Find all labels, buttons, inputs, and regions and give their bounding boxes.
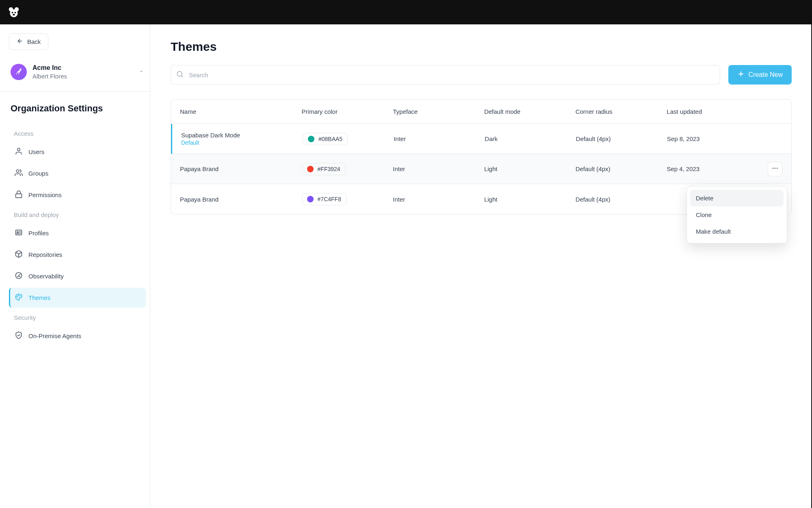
section-title: Organization Settings	[9, 103, 146, 114]
sidebar-item-groups[interactable]: Groups	[9, 163, 146, 183]
more-horizontal-icon	[771, 165, 779, 173]
users-icon	[15, 169, 23, 178]
svg-point-23	[777, 168, 778, 169]
leaf-icon	[15, 67, 23, 77]
menu-item-delete[interactable]: Delete	[690, 190, 784, 206]
package-icon	[15, 250, 23, 259]
sidebar-item-label: Repositories	[28, 251, 62, 258]
typeface-cell: Inter	[393, 196, 484, 203]
row-actions-button[interactable]	[768, 162, 782, 176]
sidebar-item-users[interactable]: Users	[9, 142, 146, 162]
color-chip: #FF3924	[302, 163, 346, 175]
shield-icon	[15, 331, 23, 341]
mode-cell: Light	[484, 196, 576, 203]
plus-icon	[737, 70, 745, 79]
menu-item-clone[interactable]: Clone	[690, 206, 784, 223]
sidebar-item-themes[interactable]: Themes	[9, 288, 146, 308]
mode-cell: Light	[484, 165, 576, 172]
theme-name: Supabase Dark Mode	[181, 132, 303, 139]
chevron-down-icon	[139, 69, 144, 76]
radius-cell: Default (4px)	[576, 135, 667, 142]
sidebar-item-observability[interactable]: Observability	[9, 266, 146, 286]
svg-line-18	[181, 76, 182, 77]
sidebar-item-label: Themes	[28, 294, 50, 301]
sidebar: Back Acme Inc Albert Flores Organization…	[0, 24, 150, 508]
svg-point-22	[775, 168, 776, 169]
color-hex: #FF3924	[318, 166, 340, 172]
group-label-access: Access	[9, 124, 146, 141]
search-input[interactable]	[171, 65, 720, 85]
org-name: Acme Inc	[32, 64, 133, 72]
sidebar-item-agents[interactable]: On-Premise Agents	[9, 326, 146, 346]
group-label-build: Build and deploy	[9, 206, 146, 222]
col-corner-radius: Corner radius	[576, 108, 667, 115]
color-swatch	[307, 166, 314, 172]
create-new-label: Create New	[749, 71, 783, 78]
topbar	[0, 0, 812, 24]
sidebar-item-label: Observability	[28, 273, 64, 280]
page-title: Themes	[171, 40, 792, 54]
arrow-left-icon	[17, 38, 23, 46]
typeface-cell: Inter	[394, 135, 485, 142]
col-name: Name	[180, 108, 302, 115]
svg-point-2	[10, 9, 17, 17]
mode-cell: Dark	[485, 135, 576, 142]
default-badge: Default	[181, 139, 303, 146]
theme-name: Papaya Brand	[180, 165, 302, 172]
search-wrap	[171, 65, 720, 85]
sidebar-item-label: Groups	[28, 170, 48, 177]
svg-point-3	[12, 12, 13, 13]
user-icon	[15, 147, 23, 156]
col-default-mode: Default mode	[484, 108, 576, 115]
sidebar-item-label: Profiles	[28, 230, 49, 237]
table-header: Name Primary color Typeface Default mode…	[171, 100, 791, 124]
col-last-updated: Last updated	[667, 108, 758, 115]
color-hex: #08BAA5	[318, 136, 342, 142]
back-button[interactable]: Back	[9, 33, 48, 50]
color-swatch	[308, 136, 314, 142]
org-user: Albert Flores	[32, 72, 133, 80]
col-primary-color: Primary color	[302, 108, 393, 115]
toolbar: Create New	[171, 65, 792, 85]
themes-table: Name Primary color Typeface Default mode…	[171, 99, 792, 215]
lock-icon	[15, 190, 23, 200]
radius-cell: Default (4px)	[576, 165, 667, 172]
svg-point-8	[16, 170, 19, 173]
id-card-icon	[15, 228, 23, 238]
color-hex: #7C4FF8	[318, 196, 341, 202]
svg-point-16	[20, 296, 21, 297]
sidebar-item-permissions[interactable]: Permissions	[9, 185, 146, 205]
svg-point-14	[17, 297, 17, 297]
menu-item-make-default[interactable]: Make default	[690, 223, 784, 240]
svg-point-11	[17, 232, 18, 233]
svg-point-15	[18, 295, 19, 296]
svg-point-7	[17, 148, 20, 151]
updated-cell: Sep 4, 2023	[667, 165, 758, 172]
back-label: Back	[27, 38, 41, 45]
gauge-icon	[15, 271, 23, 281]
sidebar-item-profiles[interactable]: Profiles	[9, 223, 146, 243]
org-picker[interactable]: Acme Inc Albert Flores	[9, 61, 146, 82]
divider	[0, 91, 150, 92]
group-label-security: Security	[9, 308, 146, 325]
koala-logo-icon	[8, 7, 19, 18]
col-typeface: Typeface	[393, 108, 484, 115]
typeface-cell: Inter	[393, 165, 484, 172]
main-content: Themes Create New Name	[150, 24, 812, 508]
palette-icon	[15, 293, 23, 302]
table-row[interactable]: Supabase Dark Mode Default #08BAA5 Inter…	[171, 124, 791, 154]
sidebar-item-label: Permissions	[28, 191, 62, 198]
sidebar-item-label: Users	[28, 148, 44, 155]
search-icon	[176, 71, 184, 79]
color-swatch	[307, 196, 314, 202]
org-avatar	[11, 64, 27, 80]
create-new-button[interactable]: Create New	[728, 65, 792, 85]
table-row[interactable]: Papaya Brand #FF3924 Inter Light Default…	[171, 154, 791, 184]
svg-point-5	[13, 14, 15, 15]
svg-point-4	[15, 12, 16, 13]
sidebar-item-repositories[interactable]: Repositories	[9, 245, 146, 265]
updated-cell: Sep 8, 2023	[667, 135, 758, 142]
color-chip: #7C4FF8	[302, 193, 346, 205]
theme-name: Papaya Brand	[180, 196, 302, 203]
radius-cell: Default (4px)	[576, 196, 667, 203]
